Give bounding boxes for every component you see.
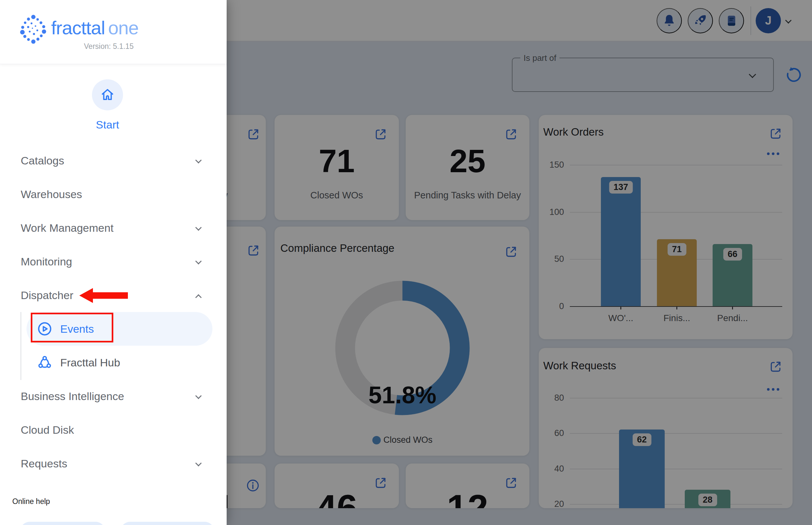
chevron-up-icon [195, 294, 202, 301]
sidebar-item-work-management[interactable]: Work Management [0, 211, 227, 245]
sidebar-item-label: Warehouses [21, 177, 82, 211]
sidebar-item-label: Business Intelligence [21, 379, 124, 413]
footer-pill-button-2[interactable] [120, 522, 214, 525]
chevron-down-icon [195, 258, 202, 265]
sidebar-item-label: Requests [21, 447, 67, 480]
sidebar-item-label: Cloud Disk [21, 413, 74, 447]
footer-pill-button-1[interactable] [20, 522, 105, 525]
sidebar-item-label: Fracttal Hub [60, 346, 120, 379]
version-label: Version: 5.1.15 [54, 42, 164, 51]
sidebar-item-monitoring[interactable]: Monitoring [0, 245, 227, 279]
fracttal-logo-icon [18, 12, 48, 46]
chevron-down-icon [195, 460, 202, 466]
sidebar-item-label: Work Management [21, 211, 114, 245]
sidebar-item-label: Dispatcher [21, 279, 74, 312]
chevron-down-icon [195, 393, 202, 399]
home-icon [100, 87, 115, 102]
sidebar-item-business-intelligence[interactable]: Business Intelligence [0, 379, 227, 413]
fracttal-wordmark: fracttalone [51, 17, 138, 39]
chevron-down-icon [195, 224, 202, 231]
submenu-indent-line [20, 312, 21, 380]
logo-block: fracttalone Version: 5.1.15 [0, 0, 227, 64]
annotation-arrow [79, 287, 128, 304]
start-button[interactable] [92, 79, 123, 110]
annotation-highlight-box [31, 313, 113, 343]
wordmark-secondary: one [108, 17, 138, 38]
wordmark-primary: fracttal [51, 17, 105, 38]
sidebar-item-catalogs[interactable]: Catalogs [0, 144, 227, 177]
app-screen: J Is part of w 71 Closed WOs 25 Pending … [0, 0, 812, 525]
sidebar-item-label: Monitoring [21, 245, 72, 279]
online-help-link[interactable]: Online help [12, 497, 50, 506]
hub-icon [37, 355, 53, 370]
start-label[interactable]: Start [75, 118, 140, 131]
sidebar-item-requests[interactable]: Requests [0, 447, 227, 480]
chevron-down-icon [195, 157, 202, 163]
sidebar-item-label: Catalogs [21, 144, 64, 177]
sidebar-item-warehouses[interactable]: Warehouses [0, 177, 227, 211]
sidebar-item-fracttal-hub[interactable]: Fracttal Hub [27, 346, 212, 379]
sidebar-item-cloud-disk[interactable]: Cloud Disk [0, 413, 227, 447]
navigation-drawer: fracttalone Version: 5.1.15 Start Catalo… [0, 0, 227, 525]
